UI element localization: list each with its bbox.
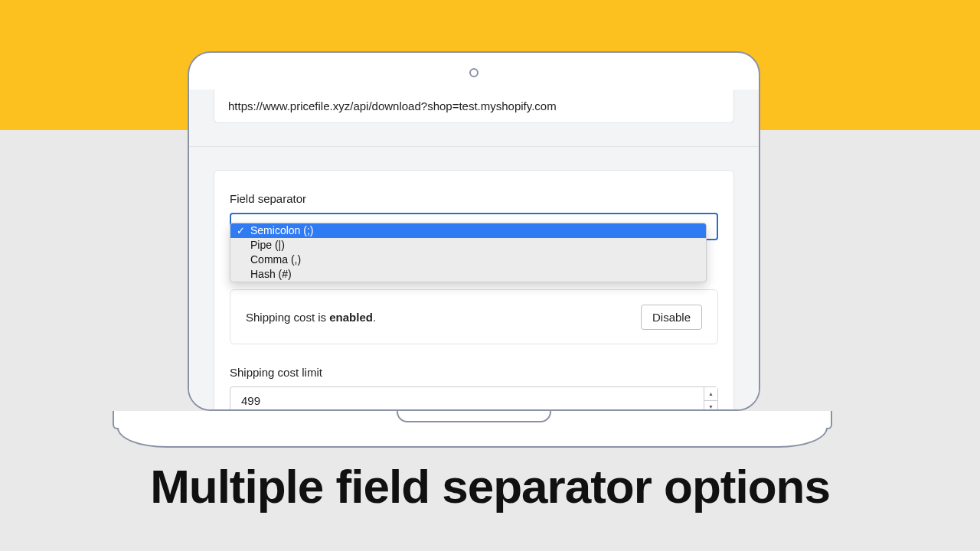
laptop-notch — [397, 411, 551, 422]
shipping-cost-prefix: Shipping cost is — [246, 311, 329, 324]
stepper-up-icon[interactable]: ▲ — [704, 387, 717, 401]
download-url-value: https://www.pricefile.xyz/api/download?s… — [228, 99, 557, 112]
shipping-limit-label: Shipping cost limit — [230, 366, 718, 379]
shipping-cost-card: Shipping cost is enabled. Disable — [230, 289, 718, 344]
shipping-limit-input[interactable] — [230, 386, 718, 411]
separator-option-semicolon[interactable]: Semicolon (;) — [230, 223, 706, 238]
shipping-cost-state: enabled — [329, 311, 373, 324]
field-separator-label: Field separator — [230, 192, 718, 205]
stepper-down-icon[interactable]: ▼ — [704, 401, 717, 412]
download-url-field[interactable]: https://www.pricefile.xyz/api/download?s… — [214, 90, 734, 123]
section-divider — [189, 146, 759, 147]
separator-option-hash[interactable]: Hash (#) — [230, 267, 706, 282]
camera-icon — [469, 68, 479, 77]
disable-button[interactable]: Disable — [641, 305, 702, 330]
separator-option-comma[interactable]: Comma (,) — [230, 253, 706, 267]
app-screen: https://www.pricefile.xyz/api/download?s… — [189, 90, 759, 409]
laptop-foot — [117, 428, 828, 448]
laptop-frame: https://www.pricefile.xyz/api/download?s… — [188, 51, 760, 411]
shipping-cost-suffix: . — [373, 311, 376, 324]
marketing-headline: Multiple field separator options — [0, 459, 980, 514]
shipping-limit-block: Shipping cost limit ▲ ▼ — [230, 366, 718, 411]
field-separator-dropdown: Semicolon (;) Pipe (|) Comma (,) Hash (#… — [230, 223, 707, 282]
separator-option-pipe[interactable]: Pipe (|) — [230, 238, 706, 253]
settings-panel: Field separator Semicolon (;) Pipe (|) C… — [214, 170, 734, 411]
shipping-cost-status: Shipping cost is enabled. — [246, 311, 376, 324]
number-stepper: ▲ ▼ — [704, 387, 717, 411]
